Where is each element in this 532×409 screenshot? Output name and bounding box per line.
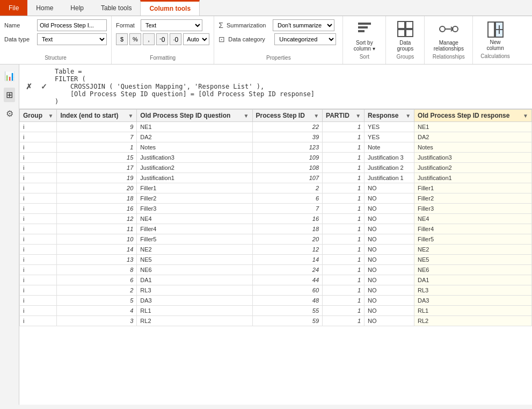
cell-old_process_question: NE1 bbox=[137, 122, 252, 132]
col-label-index: Index (end to start) bbox=[60, 112, 118, 119]
file-tab[interactable]: File bbox=[0, 0, 27, 16]
cell-response: NO bbox=[365, 214, 414, 224]
col-label-partid: PARTID bbox=[326, 112, 349, 119]
cell-response: NO bbox=[365, 255, 414, 265]
table-row: i14NE2121NONE2 bbox=[20, 245, 532, 255]
ribbon-content: Name Data type Text Structure Format Tex… bbox=[0, 16, 532, 64]
sidebar-model-icon[interactable]: ⚙ bbox=[4, 106, 16, 121]
table-container[interactable]: Group▼Index (end to start)▼Old Process S… bbox=[19, 109, 532, 405]
filter-icon-index[interactable]: ▼ bbox=[128, 113, 133, 119]
sidebar-chart-icon[interactable]: 📊 bbox=[2, 69, 17, 83]
cell-index: 10 bbox=[57, 234, 137, 245]
currency-button[interactable]: $ bbox=[116, 33, 128, 45]
table-tools-tab[interactable]: Table tools bbox=[92, 0, 140, 16]
table-row: i11Filler4181NOFiller4 bbox=[20, 224, 532, 234]
cell-old_process_response: RL3 bbox=[414, 285, 532, 296]
cell-index: 13 bbox=[57, 255, 137, 265]
cell-process_step_id: 55 bbox=[252, 306, 323, 316]
col-header-group[interactable]: Group▼ bbox=[20, 110, 57, 122]
col-header-old_process_response[interactable]: Old Process Step ID response▼ bbox=[414, 110, 532, 122]
cell-old_process_question: DA2 bbox=[137, 132, 252, 142]
cell-partid: 1 bbox=[323, 234, 365, 245]
cell-old_process_question: Justification1 bbox=[137, 173, 252, 183]
name-label: Name bbox=[4, 22, 34, 28]
cell-index: 19 bbox=[57, 173, 137, 183]
cell-old_process_question: Filler4 bbox=[137, 224, 252, 234]
help-tab[interactable]: Help bbox=[62, 0, 92, 16]
col-header-process_step_id[interactable]: Process Step ID▼ bbox=[252, 110, 323, 122]
cell-process_step_id: 18 bbox=[252, 224, 323, 234]
cell-old_process_response: Notes bbox=[414, 142, 532, 153]
manage-relationships-label: Manage relationships bbox=[434, 40, 464, 52]
sidebar-table-icon[interactable]: ⊞ bbox=[4, 88, 15, 102]
summarization-select[interactable]: Don't summarize bbox=[273, 19, 334, 31]
dec-increase-button[interactable]: -0 bbox=[156, 33, 168, 45]
cell-response: NO bbox=[365, 296, 414, 306]
col-header-old_process_question[interactable]: Old Process Step ID question▼ bbox=[137, 110, 252, 122]
filter-icon-process_step_id[interactable]: ▼ bbox=[314, 113, 319, 119]
cell-partid: 1 bbox=[323, 173, 365, 183]
formula-bar: ✗ ✓ Table = FILTER ( CROSSJOIN ( 'Questi… bbox=[19, 64, 532, 109]
table-row: i1Notes1231NoteNotes bbox=[20, 142, 532, 153]
cell-index: 4 bbox=[57, 306, 137, 316]
new-column-group[interactable]: New column Calculations bbox=[473, 16, 517, 64]
datatype-select[interactable]: Text bbox=[37, 33, 107, 45]
format-row: Format Text bbox=[116, 19, 209, 31]
filter-icon-partid[interactable]: ▼ bbox=[355, 113, 361, 119]
name-input[interactable] bbox=[37, 19, 107, 31]
filter-icon-response[interactable]: ▼ bbox=[405, 113, 411, 119]
data-groups-group[interactable]: Data groups Groups bbox=[386, 16, 425, 64]
cell-partid: 1 bbox=[323, 285, 365, 296]
cell-response: NO bbox=[365, 316, 414, 326]
table-row: i16Filler371NOFiller3 bbox=[20, 204, 532, 214]
col-label-process_step_id: Process Step ID bbox=[256, 112, 305, 119]
cell-index: 17 bbox=[57, 163, 137, 173]
cell-index: 16 bbox=[57, 204, 137, 214]
relationships-group[interactable]: Manage relationships Relationships bbox=[425, 16, 473, 64]
cell-group: i bbox=[20, 265, 57, 275]
filter-icon-old_process_response[interactable]: ▼ bbox=[523, 113, 528, 119]
cell-partid: 1 bbox=[323, 255, 365, 265]
new-column-icon bbox=[487, 21, 504, 39]
col-header-index[interactable]: Index (end to start)▼ bbox=[57, 110, 137, 122]
sort-group[interactable]: Sort by column ▾ Sort bbox=[343, 16, 386, 64]
cell-index: 15 bbox=[57, 153, 137, 163]
cell-index: 1 bbox=[57, 142, 137, 153]
home-tab[interactable]: Home bbox=[27, 0, 62, 16]
cell-partid: 1 bbox=[323, 316, 365, 326]
cell-partid: 1 bbox=[323, 142, 365, 153]
table-row: i17Justification21081Justification 2Just… bbox=[20, 163, 532, 173]
cell-group: i bbox=[20, 306, 57, 316]
cell-partid: 1 bbox=[323, 296, 365, 306]
cell-old_process_question: DA3 bbox=[137, 296, 252, 306]
cell-index: 2 bbox=[57, 285, 137, 296]
cell-partid: 1 bbox=[323, 153, 365, 163]
comma-button[interactable]: , bbox=[143, 33, 155, 45]
cell-group: i bbox=[20, 224, 57, 234]
ribbon: File Home Help Table tools Column tools … bbox=[0, 0, 532, 64]
dec-decrease-button[interactable]: .0 bbox=[170, 33, 181, 45]
column-tools-tab[interactable]: Column tools bbox=[140, 0, 200, 16]
format-buttons-row: $ % , -0 .0 Auto bbox=[116, 33, 209, 45]
cell-group: i bbox=[20, 234, 57, 245]
cell-response: NO bbox=[365, 265, 414, 275]
col-header-response[interactable]: Response▼ bbox=[365, 110, 414, 122]
cell-old_process_response: Justification2 bbox=[414, 163, 532, 173]
formula-code: Table = FILTER ( CROSSJOIN ( 'Question M… bbox=[54, 67, 528, 106]
formula-cancel-button[interactable]: ✗ bbox=[24, 81, 34, 92]
cell-old_process_response: NE5 bbox=[414, 255, 532, 265]
formula-confirm-button[interactable]: ✓ bbox=[39, 81, 49, 92]
col-header-partid[interactable]: PARTID▼ bbox=[323, 110, 365, 122]
cell-partid: 1 bbox=[323, 265, 365, 275]
properties-group: Σ Summarization Don't summarize ⊡ Data c… bbox=[214, 16, 343, 64]
format-select[interactable]: Text bbox=[141, 19, 202, 31]
filter-icon-old_process_question[interactable]: ▼ bbox=[244, 113, 249, 119]
cell-index: 20 bbox=[57, 183, 137, 193]
filter-icon-group[interactable]: ▼ bbox=[48, 113, 54, 119]
category-select[interactable]: Uncategorized bbox=[274, 33, 336, 45]
cell-process_step_id: 6 bbox=[252, 193, 323, 204]
auto-select[interactable]: Auto bbox=[183, 33, 209, 45]
percent-button[interactable]: % bbox=[129, 33, 141, 45]
cell-old_process_response: DA2 bbox=[414, 132, 532, 142]
cell-old_process_response: Filler2 bbox=[414, 193, 532, 204]
